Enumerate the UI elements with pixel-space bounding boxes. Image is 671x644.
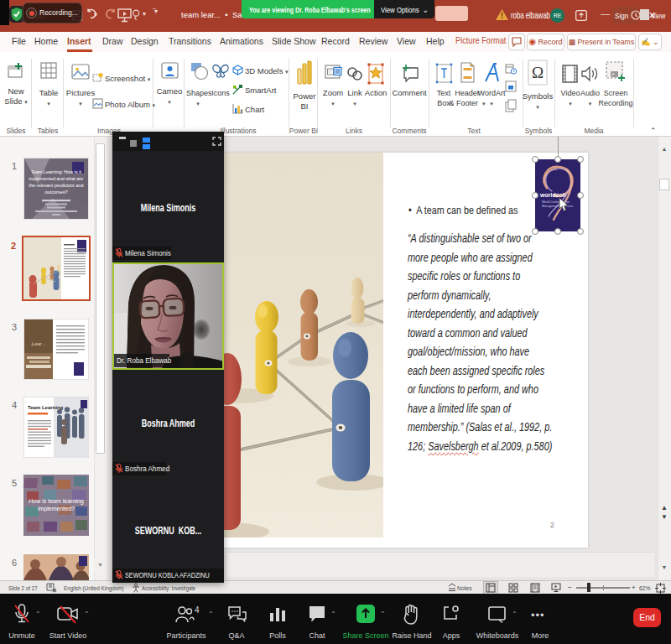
svg-text:Team Learning: Team Learning — [28, 405, 64, 410]
svg-text:worldcob: worldcob — [539, 192, 566, 198]
svg-text:Lear...: Lear... — [32, 341, 46, 346]
svg-text:Team Learning: How is it: Team Learning: How is it — [31, 169, 82, 174]
svg-text:outcomes?: outcomes? — [45, 190, 68, 195]
svg-text:implemented?: implemented? — [38, 506, 75, 512]
svg-text:the relevant predictors and: the relevant predictors and — [29, 183, 83, 188]
svg-text:implemented and what are: implemented and what are — [29, 176, 84, 181]
svg-text:Ω: Ω — [532, 64, 544, 81]
svg-text:How is team learning: How is team learning — [29, 498, 83, 505]
